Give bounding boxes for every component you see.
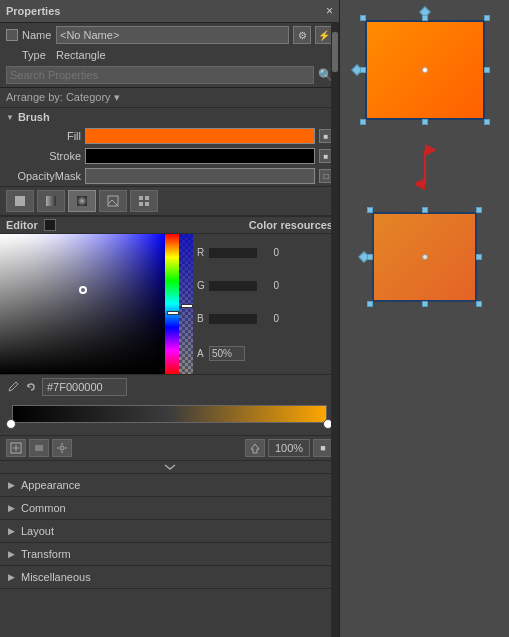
- properties-panel: Properties × Name ⚙ ⚡ Type Rectangle 🔍 A…: [0, 0, 340, 637]
- tab-image[interactable]: [99, 190, 127, 212]
- hex-input[interactable]: [42, 378, 127, 396]
- editor-square[interactable]: [44, 219, 56, 231]
- hue-bar[interactable]: [165, 234, 179, 374]
- diamond-handle-top[interactable]: [421, 8, 429, 16]
- stroke-label: Stroke: [6, 150, 81, 162]
- svg-rect-7: [145, 196, 149, 200]
- zoom-icon[interactable]: ■: [313, 439, 333, 457]
- brush-section: ▼ Brush Fill ■ Stroke ■ OpacityMask □: [0, 108, 339, 217]
- name-input[interactable]: [56, 26, 289, 44]
- section-appearance[interactable]: ▶ Appearance: [0, 474, 339, 497]
- color-gradient-bar[interactable]: [12, 405, 327, 423]
- center-dot-top: [422, 67, 428, 73]
- scrollbar-thumb[interactable]: [332, 32, 338, 72]
- home-icon[interactable]: [245, 439, 265, 457]
- name-label: Name: [22, 29, 52, 41]
- common-label: Common: [21, 502, 66, 514]
- close-icon[interactable]: ×: [326, 4, 333, 18]
- g-value: 0: [259, 280, 279, 291]
- svg-line-4: [108, 200, 112, 204]
- r-label: R: [197, 247, 207, 258]
- common-triangle: ▶: [8, 503, 15, 513]
- rgba-panel: R 0 G 0 B: [193, 234, 283, 374]
- collapse-triangle: ▼: [6, 113, 14, 122]
- saturation-value-picker[interactable]: [0, 234, 165, 374]
- arrange-row[interactable]: Arrange by: Category ▾: [0, 88, 339, 108]
- g-label: G: [197, 280, 207, 291]
- editor-label: Editor: [6, 219, 38, 231]
- alpha-bar[interactable]: [179, 234, 193, 374]
- g-bar[interactable]: [209, 281, 257, 291]
- stroke-row: Stroke ■: [0, 146, 339, 166]
- gradient-handle-left[interactable]: [6, 419, 16, 429]
- type-row: Type Rectangle: [0, 47, 339, 63]
- fill-row: Fill ■: [0, 126, 339, 146]
- svg-rect-2: [77, 196, 87, 206]
- section-transform[interactable]: ▶ Transform: [0, 543, 339, 566]
- color-picker-area: R 0 G 0 B: [0, 234, 339, 374]
- svg-line-5: [112, 200, 118, 206]
- settings2-icon[interactable]: [52, 439, 72, 457]
- misc-triangle: ▶: [8, 572, 15, 582]
- opacity-mask-row: OpacityMask □: [0, 166, 339, 186]
- new-icon[interactable]: [6, 439, 26, 457]
- stroke-swatch[interactable]: [85, 148, 315, 164]
- misc-label: Miscellaneous: [21, 571, 91, 583]
- opacity-swatch[interactable]: [85, 168, 315, 184]
- svg-marker-21: [251, 444, 259, 453]
- panel-scrollbar[interactable]: [331, 22, 339, 637]
- icon-tab-bar: [0, 186, 339, 216]
- top-rect-wrapper: [365, 20, 485, 120]
- tab-solid[interactable]: [6, 190, 34, 212]
- type-value: Rectangle: [56, 49, 106, 61]
- canvas-preview: [340, 0, 509, 637]
- name-row: Name ⚙ ⚡: [0, 23, 339, 47]
- panel-header: Properties ×: [0, 0, 339, 23]
- zoom-input[interactable]: [268, 439, 310, 457]
- alpha-input[interactable]: [209, 346, 245, 361]
- type-label: Type: [22, 49, 52, 61]
- brush-header[interactable]: ▼ Brush: [0, 108, 339, 126]
- tab-radial[interactable]: [68, 190, 96, 212]
- name-checkbox[interactable]: [6, 29, 18, 41]
- refresh-icon[interactable]: [24, 380, 38, 394]
- section-miscellaneous[interactable]: ▶ Miscellaneous: [0, 566, 339, 589]
- search-input[interactable]: [6, 66, 314, 84]
- search-row: 🔍: [0, 63, 339, 88]
- b-label: B: [197, 313, 207, 324]
- tab-linear[interactable]: [37, 190, 65, 212]
- color-resources-label: Color resources: [249, 219, 333, 231]
- svg-rect-1: [46, 196, 56, 206]
- b-bar[interactable]: [209, 314, 257, 324]
- transform-triangle: ▶: [8, 549, 15, 559]
- section-common[interactable]: ▶ Common: [0, 497, 339, 520]
- list-icon[interactable]: [29, 439, 49, 457]
- b-row: B 0: [197, 313, 279, 324]
- svg-rect-8: [139, 202, 143, 206]
- collapse-bar[interactable]: [0, 460, 339, 474]
- top-orange-rect[interactable]: [365, 20, 485, 120]
- opacity-label: OpacityMask: [6, 170, 81, 182]
- diamond-handle-left2[interactable]: [360, 253, 368, 261]
- transform-label: Transform: [21, 548, 71, 560]
- appearance-triangle: ▶: [8, 480, 15, 490]
- editor-header: Editor Color resources: [0, 217, 339, 234]
- r-bar[interactable]: [209, 248, 257, 258]
- a-row: A: [197, 346, 279, 361]
- fill-label: Fill: [6, 130, 81, 142]
- fill-swatch[interactable]: [85, 128, 315, 144]
- svg-rect-9: [145, 202, 149, 206]
- svg-rect-0: [15, 196, 25, 206]
- diamond-handle-left[interactable]: [353, 66, 361, 74]
- b-value: 0: [259, 313, 279, 324]
- settings-icon[interactable]: ⚙: [293, 26, 311, 44]
- gradient-bar-container: [6, 403, 333, 425]
- center-dot-bottom: [422, 254, 428, 260]
- bottom-orange-rect[interactable]: [372, 212, 477, 302]
- canvas-object-bottom: [372, 212, 477, 304]
- arrow-indicator: [415, 142, 435, 192]
- eyedropper-icon[interactable]: [6, 380, 20, 394]
- tab-pattern[interactable]: [130, 190, 158, 212]
- section-layout[interactable]: ▶ Layout: [0, 520, 339, 543]
- panel-title: Properties: [6, 5, 60, 17]
